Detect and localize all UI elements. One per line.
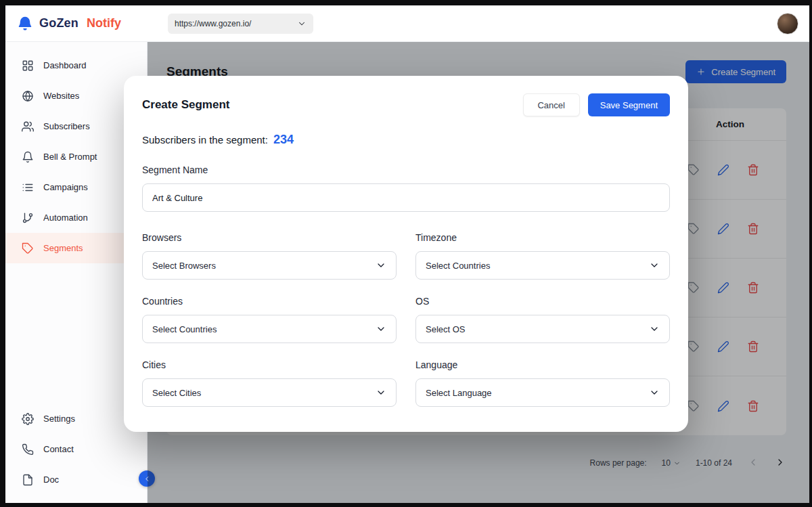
bell-logo-icon bbox=[16, 15, 34, 32]
cancel-button[interactable]: Cancel bbox=[523, 93, 580, 116]
os-select[interactable]: Select OS bbox=[415, 315, 670, 343]
git-branch-icon bbox=[22, 212, 34, 224]
chevron-down-icon bbox=[376, 260, 386, 271]
segment-field-grid: Browsers Select Browsers Timezone Select… bbox=[142, 232, 670, 407]
logo: GoZenNotify bbox=[16, 15, 158, 32]
dashboard-icon bbox=[22, 60, 34, 72]
timezone-select[interactable]: Select Countries bbox=[415, 251, 670, 280]
os-select-value: Select OS bbox=[426, 324, 466, 334]
sidebar-item-label: Dashboard bbox=[43, 60, 87, 70]
sidebar-item-contact[interactable]: Contact bbox=[5, 434, 147, 464]
sidebar-item-label: Bell & Prompt bbox=[43, 152, 97, 162]
subscriber-count-label: Subscribers in the segment: bbox=[142, 134, 268, 146]
timezone-field: Timezone Select Countries bbox=[415, 232, 670, 280]
url-text: https://www.gozen.io/ bbox=[175, 19, 292, 28]
save-segment-button[interactable]: Save Segment bbox=[588, 93, 670, 116]
chevron-down-icon bbox=[376, 387, 386, 398]
timezone-label: Timezone bbox=[415, 232, 670, 243]
countries-field: Countries Select Countries bbox=[142, 296, 397, 343]
sidebar-item-label: Automation bbox=[43, 213, 88, 223]
bell-icon bbox=[22, 151, 34, 163]
modal-actions: Cancel Save Segment bbox=[523, 93, 670, 116]
language-field: Language Select Language bbox=[415, 359, 670, 407]
browsers-label: Browsers bbox=[142, 232, 397, 243]
document-icon bbox=[22, 474, 34, 486]
top-bar: GoZenNotify https://www.gozen.io/ bbox=[5, 5, 809, 42]
app-window: GoZenNotify https://www.gozen.io/ Dashbo… bbox=[5, 5, 809, 503]
gear-icon bbox=[22, 413, 34, 425]
chevron-down-icon bbox=[376, 324, 386, 334]
brand-secondary: Notify bbox=[87, 16, 121, 30]
language-select[interactable]: Select Language bbox=[415, 378, 670, 407]
browsers-field: Browsers Select Browsers bbox=[142, 232, 397, 280]
sidebar-item-label: Doc bbox=[43, 475, 59, 485]
modal-header: Create Segment Cancel Save Segment bbox=[142, 93, 670, 116]
browsers-select-value: Select Browsers bbox=[152, 261, 216, 271]
os-field: OS Select OS bbox=[415, 296, 670, 343]
language-select-value: Select Language bbox=[426, 388, 492, 398]
sidebar-item-doc[interactable]: Doc bbox=[5, 464, 147, 495]
language-label: Language bbox=[415, 359, 670, 370]
os-label: OS bbox=[415, 296, 670, 307]
sidebar-item-label: Subscribers bbox=[43, 121, 90, 131]
subscriber-count-line: Subscribers in the segment: 234 bbox=[142, 133, 670, 147]
segment-name-label: Segment Name bbox=[142, 164, 670, 175]
tag-icon bbox=[22, 242, 34, 255]
chevron-down-icon bbox=[649, 324, 660, 334]
avatar[interactable] bbox=[777, 13, 798, 35]
chevron-down-icon bbox=[297, 19, 307, 28]
countries-select-value: Select Countries bbox=[152, 324, 217, 334]
phone-icon bbox=[22, 443, 34, 456]
sidebar-item-label: Campaigns bbox=[43, 182, 88, 192]
chevron-down-icon bbox=[649, 260, 660, 271]
chevron-down-icon bbox=[649, 387, 660, 398]
cities-select[interactable]: Select Cities bbox=[142, 378, 397, 407]
browsers-select[interactable]: Select Browsers bbox=[142, 251, 397, 280]
url-bar[interactable]: https://www.gozen.io/ bbox=[168, 14, 313, 34]
globe-icon bbox=[22, 90, 34, 102]
timezone-select-value: Select Countries bbox=[426, 261, 490, 271]
create-segment-modal: Create Segment Cancel Save Segment Subsc… bbox=[124, 76, 688, 432]
modal-title: Create Segment bbox=[142, 98, 229, 112]
list-icon bbox=[22, 181, 34, 194]
subscriber-count-value: 234 bbox=[273, 133, 294, 147]
users-icon bbox=[22, 120, 34, 133]
sidebar-item-label: Segments bbox=[43, 243, 83, 253]
sidebar-item-label: Contact bbox=[43, 444, 74, 454]
cities-field: Cities Select Cities bbox=[142, 359, 397, 407]
sidebar-item-label: Websites bbox=[43, 91, 79, 101]
countries-select[interactable]: Select Countries bbox=[142, 315, 397, 343]
brand-primary: GoZen bbox=[39, 16, 78, 30]
sidebar-item-dashboard[interactable]: Dashboard bbox=[5, 50, 147, 81]
sidebar-item-label: Settings bbox=[43, 414, 75, 424]
countries-label: Countries bbox=[142, 296, 397, 307]
cities-label: Cities bbox=[142, 359, 397, 370]
cities-select-value: Select Cities bbox=[152, 388, 201, 398]
segment-name-input[interactable] bbox=[142, 183, 670, 212]
